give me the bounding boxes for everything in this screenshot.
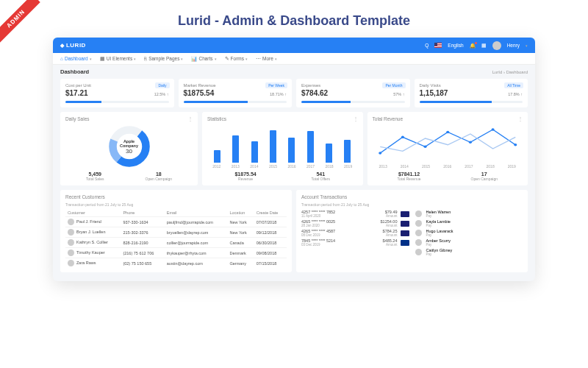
transaction-row[interactable]: 7845 **** **** 521403 Dec 2019$485.24Amo… [301, 238, 409, 247]
kpi-badge: Daily [155, 82, 169, 88]
card-icon [401, 240, 409, 246]
statistics-card: Statistics ⋮ 201220132014201520162017201… [202, 112, 362, 185]
more-icon[interactable]: ⋮ [187, 116, 193, 122]
transaction-row[interactable]: 4265 **** **** 002528 Jan 2020$1254.00Am… [301, 219, 409, 228]
table-row[interactable]: Zara Raws(02) 75 150 655austin@dayrep.co… [65, 258, 287, 269]
bar [326, 144, 332, 163]
transaction-user-row[interactable]: Caitlyn GibneyPay [415, 247, 523, 257]
transaction-row[interactable]: 4257 **** **** 785211 April 2020$79.49Am… [301, 209, 409, 219]
nav-sample-pages[interactable]: ⎘Sample Pages▾ [144, 56, 183, 61]
nav-more[interactable]: ⋯More▾ [256, 56, 277, 62]
nav-forms[interactable]: ✎Forms▾ [225, 56, 248, 62]
table-row[interactable]: Bryan J. Luellen215-302-3376bryuellen@da… [65, 227, 287, 238]
transaction-user-row[interactable]: Amber ScurryPay [415, 238, 523, 247]
daily-sales-card: Daily Sales ⋮ Apple Company 30 5,459Tota… [60, 112, 198, 185]
table-row[interactable]: Timothy Kauper(216) 75 612 706thykauper@… [65, 248, 287, 258]
recent-customers-card: Recent Customers Transaction period from… [60, 190, 292, 272]
card-title: Daily Sales [65, 116, 193, 121]
transaction-user-row[interactable]: Helen WarrenPay [415, 209, 523, 219]
card-icon [401, 230, 409, 236]
nav-dashboard[interactable]: ⌂Dashboard▾ [60, 56, 92, 61]
bar [214, 150, 220, 163]
nav-charts[interactable]: 📊Charts▾ [191, 56, 216, 62]
bell-icon[interactable]: 🔔 [470, 43, 476, 49]
flag-icon [434, 43, 442, 48]
kpi-card: Daily Cost per Unit $17.2112.5% ↑ [60, 79, 174, 107]
bar [288, 138, 295, 163]
more-icon[interactable]: ⋮ [353, 116, 359, 122]
svg-point-3 [379, 152, 381, 154]
nav-ui-elements[interactable]: ▦UI Elements▾ [100, 56, 136, 62]
donut-chart: Apple Company 30 [107, 124, 151, 169]
account-transactions-card: Account Transactions Transaction period … [296, 190, 528, 272]
svg-point-8 [491, 128, 494, 130]
app-frame: LURID Q English 🔔 ▦ Henry ▾ ⌂Dashboard▾▦… [53, 38, 535, 281]
svg-point-4 [401, 136, 404, 138]
bar [307, 131, 314, 163]
table-row[interactable]: Kathryn S. Collier828-216-2190collier@jo… [65, 238, 287, 248]
kpi-badge: All Time [504, 82, 523, 88]
kpi-badge: Per Week [265, 82, 287, 88]
customers-table: CustomerPhoneEmailLocationCreate Date Pa… [65, 209, 287, 268]
card-title: Statistics [207, 116, 357, 121]
brand-logo[interactable]: LURID [60, 42, 86, 49]
svg-point-6 [446, 131, 449, 133]
svg-point-9 [514, 144, 517, 146]
navbar: ⌂Dashboard▾▦UI Elements▾⎘Sample Pages▾📊C… [53, 53, 535, 65]
search-icon[interactable]: Q [425, 43, 429, 48]
chevron-down-icon: ▾ [526, 43, 528, 48]
apps-icon[interactable]: ▦ [481, 43, 487, 49]
kpi-card: Per Month Expenses $784.6257% ↑ [296, 79, 410, 107]
page-promo-title: Lurid - Admin & Dashboard Template [0, 13, 588, 29]
card-title: Total Revenue [373, 116, 523, 121]
svg-point-5 [423, 146, 426, 148]
more-icon[interactable]: ⋮ [517, 116, 523, 122]
card-icon [401, 211, 409, 217]
kpi-badge: Per Month [382, 82, 405, 88]
transaction-user-row[interactable]: Kayla LambiePay [415, 219, 523, 228]
svg-point-7 [468, 141, 471, 144]
bar [232, 135, 239, 163]
total-revenue-card: Total Revenue ⋮ 201320142015201620172018… [368, 112, 528, 185]
table-row[interactable]: Paul J. Friend937-330-1634pauljfrnd@jour… [65, 217, 287, 227]
topbar: LURID Q English 🔔 ▦ Henry ▾ [53, 38, 535, 53]
kpi-card: Per Week Market Revenue $1875.5418.71% ↑ [179, 79, 293, 107]
bar [251, 141, 258, 163]
transaction-row[interactable]: 4265 **** **** 458708 Dec 2019$784.25Amo… [301, 228, 409, 238]
language-selector[interactable]: English [448, 43, 463, 48]
card-icon [401, 221, 409, 227]
page-title: Dashboard [60, 68, 89, 75]
kpi-card: All Time Daily Visits 1,15,18717.8% ↑ [415, 79, 528, 107]
bar-chart [207, 124, 357, 163]
user-name[interactable]: Henry [507, 43, 520, 48]
avatar[interactable] [492, 41, 501, 50]
breadcrumb: LurId › Dashboard [492, 70, 528, 74]
line-chart [373, 124, 523, 163]
bar [270, 130, 276, 163]
bar [344, 140, 351, 163]
transaction-user-row[interactable]: Hugo LavarackPay [415, 228, 523, 238]
